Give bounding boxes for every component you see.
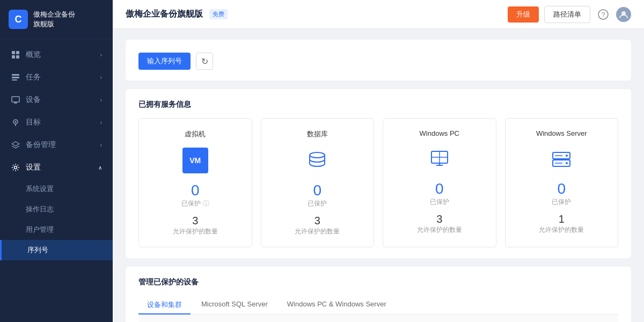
refresh-button[interactable]: ↻ [196, 53, 213, 70]
managed-section: 管理已保护的设备 设备和集群 Microsoft SQL Server Wind… [126, 267, 631, 322]
sidebar-item-targets[interactable]: 目标 › [0, 111, 113, 134]
table-header: 设备名 设备IP 已保护虚拟机 虚拟机总数 操作 [138, 314, 618, 322]
sidebar-subitem-serial-number[interactable]: 序列号 [0, 240, 113, 260]
settings-icon [11, 163, 20, 172]
avatar-button[interactable] [616, 7, 631, 22]
svg-rect-3 [16, 55, 19, 58]
enter-serial-button[interactable]: 输入序列号 [138, 53, 191, 70]
sidebar-nav: 概览 › 任务 › [0, 39, 113, 322]
sidebar: C 傲梅企业备份 旗舰版 概览 › [0, 0, 113, 322]
vm-allowed-label: 允许保护的数量 [148, 227, 243, 236]
header: 傲梅企业备份旗舰版 免费 升级 路径清单 ? [113, 0, 644, 29]
info-icon: ⓘ [203, 199, 209, 208]
winpc-card: Windows PC 0 已保护 3 [383, 118, 496, 247]
winsrv-icon [548, 146, 574, 172]
svg-point-27 [566, 162, 568, 164]
svg-rect-0 [12, 51, 15, 54]
refresh-icon: ↻ [201, 56, 208, 67]
sidebar-item-devices[interactable]: 设备 › [0, 89, 113, 111]
winsrv-card: Windows Server 0 已保护 [505, 118, 619, 247]
managed-tabs: 设备和集群 Microsoft SQL Server Windows PC & … [138, 296, 618, 314]
tab-mssql[interactable]: Microsoft SQL Server [193, 296, 276, 314]
svg-text:?: ? [602, 11, 605, 19]
svg-rect-5 [12, 77, 19, 78]
db-allowed-label: 允许保护的数量 [270, 227, 365, 236]
db-card-title: 数据库 [270, 129, 365, 139]
serial-actions: 输入序列号 ↻ [138, 53, 618, 70]
winpc-allowed-label: 允许保护的数量 [392, 225, 487, 235]
service-cards-grid: 虚拟机 VM 0 已保护 ⓘ 3 允许保护的数量 数据库 [138, 118, 618, 247]
sidebar-logo: C 傲梅企业备份 旗舰版 [0, 0, 113, 39]
winsrv-allowed-count: 1 [514, 213, 610, 225]
vm-card: 虚拟机 VM 0 已保护 ⓘ 3 允许保护的数量 [138, 118, 252, 247]
chevron-right-icon: › [100, 120, 102, 126]
chevron-right-icon: › [100, 75, 102, 80]
sidebar-item-overview[interactable]: 概览 › [0, 43, 113, 66]
vm-protected-label: 已保护 ⓘ [148, 199, 243, 208]
svg-point-14 [14, 166, 17, 169]
header-right: 升级 路径清单 ? [508, 6, 631, 23]
chevron-up-icon: ∧ [98, 165, 102, 171]
monitor-icon [11, 95, 20, 105]
db-icon [304, 148, 330, 173]
tasks-icon [11, 72, 20, 82]
managed-section-title: 管理已保护的设备 [138, 277, 618, 287]
svg-rect-2 [12, 55, 15, 58]
chevron-right-icon: › [100, 52, 102, 58]
logo-icon: C [9, 10, 28, 29]
grid-icon [11, 50, 20, 60]
free-badge: 免费 [209, 9, 228, 19]
chevron-right-icon: › [100, 97, 102, 103]
content-area: 输入序列号 ↻ 已拥有服务信息 虚拟机 VM 0 已保护 [113, 29, 644, 322]
logo-text: 傲梅企业备份 旗舰版 [33, 10, 75, 29]
help-button[interactable]: ? [596, 7, 611, 22]
winpc-protected-label: 已保护 [392, 197, 487, 207]
svg-marker-13 [12, 142, 19, 146]
location-icon [11, 118, 20, 127]
db-allowed-count: 3 [270, 215, 365, 227]
winpc-protected-count: 0 [392, 180, 487, 197]
svg-rect-1 [16, 51, 19, 54]
db-protected-label: 已保护 [270, 199, 365, 208]
sidebar-item-settings[interactable]: 设置 ∧ [0, 156, 113, 179]
winsrv-card-title: Windows Server [514, 129, 610, 137]
service-section-title: 已拥有服务信息 [138, 100, 618, 109]
sidebar-item-tasks[interactable]: 任务 › [0, 66, 113, 89]
sidebar-subitem-user-mgmt[interactable]: 用户管理 [0, 219, 113, 240]
sidebar-subitem-operation-log[interactable]: 操作日志 [0, 199, 113, 219]
vm-allowed-count: 3 [148, 215, 243, 227]
db-card: 数据库 0 已保护 3 允许保护的数量 [261, 118, 375, 247]
svg-point-11 [15, 121, 17, 123]
vm-icon: VM [182, 148, 208, 173]
svg-rect-6 [12, 79, 17, 80]
service-section: 已拥有服务信息 虚拟机 VM 0 已保护 ⓘ 3 允许保护的数量 [126, 89, 631, 258]
sidebar-item-backup-mgmt[interactable]: 备份管理 › [0, 134, 113, 156]
winpc-icon [427, 146, 452, 172]
svg-point-26 [566, 155, 568, 157]
sidebar-subitem-system-settings[interactable]: 系统设置 [0, 179, 113, 199]
vm-protected-count: 0 [148, 182, 243, 199]
layers-icon [11, 140, 20, 150]
main-area: 傲梅企业备份旗舰版 免费 升级 路径清单 ? 输 [113, 0, 644, 322]
winsrv-protected-count: 0 [514, 180, 610, 197]
wishlist-button[interactable]: 路径清单 [544, 6, 590, 23]
page-title: 傲梅企业备份旗舰版 [126, 9, 203, 20]
svg-point-18 [310, 152, 325, 158]
winsrv-allowed-label: 允许保护的数量 [514, 225, 610, 235]
winpc-card-title: Windows PC [392, 129, 487, 137]
db-protected-count: 0 [270, 182, 365, 199]
serial-section: 输入序列号 ↻ [126, 40, 631, 80]
vm-card-title: 虚拟机 [148, 129, 243, 139]
winpc-allowed-count: 3 [392, 213, 487, 225]
svg-rect-4 [12, 74, 19, 76]
header-left: 傲梅企业备份旗舰版 免费 [126, 9, 228, 20]
tab-devices-clusters[interactable]: 设备和集群 [138, 296, 191, 314]
winsrv-protected-label: 已保护 [514, 197, 610, 207]
tab-windows-pc-server[interactable]: Windows PC & Windows Server [279, 296, 395, 314]
upgrade-button[interactable]: 升级 [508, 6, 539, 23]
chevron-right-icon: › [100, 142, 102, 148]
svg-rect-7 [12, 97, 19, 102]
